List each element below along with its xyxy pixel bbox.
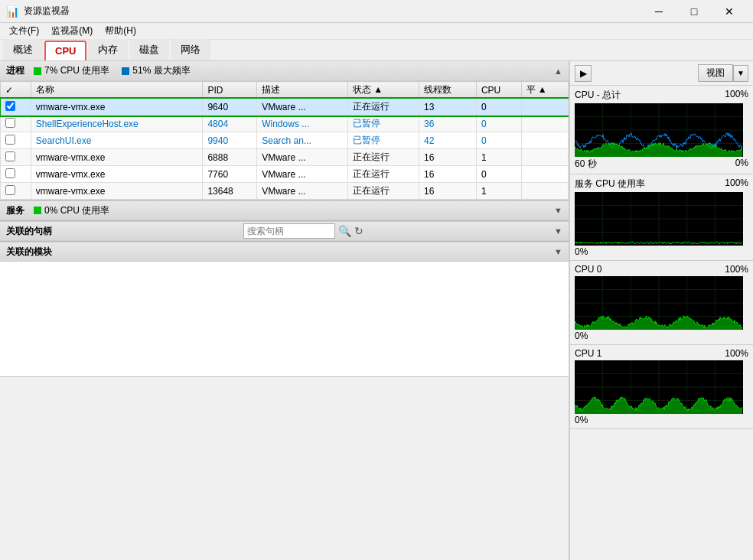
row-status: 正在运行 <box>347 149 419 166</box>
row-name: vmware-vmx.exe <box>31 166 203 183</box>
service-cpu-chart <box>575 192 743 246</box>
service-cpu-max: 100% <box>725 177 748 190</box>
menu-file[interactable]: 文件(F) <box>3 23 45 39</box>
menu-help[interactable]: 帮助(H) <box>99 23 142 39</box>
row-avg <box>521 99 569 116</box>
cpu1-label: CPU 1 <box>575 348 601 359</box>
row-pid: 6888 <box>203 149 257 166</box>
col-threads[interactable]: 线程数 <box>419 82 477 99</box>
tab-network[interactable]: 网络 <box>171 39 210 60</box>
col-name[interactable]: 名称 <box>31 82 203 99</box>
services-title: 服务 <box>6 204 24 217</box>
table-row[interactable]: vmware-vmx.exe 9640 VMware ... 正在运行 13 0 <box>1 99 569 116</box>
col-status[interactable]: 状态 ▲ <box>347 82 419 99</box>
view-dropdown-button[interactable]: ▼ <box>733 65 748 82</box>
processes-title: 进程 <box>6 64 24 77</box>
cpu-total-max: 100% <box>725 89 748 102</box>
cpu-total-label: CPU - 总计 <box>575 89 621 102</box>
modules-collapse-icon[interactable]: ▼ <box>554 247 562 256</box>
services-header-left: 服务 <box>6 204 24 217</box>
handles-refresh-button[interactable]: ↻ <box>354 225 363 237</box>
col-cpu[interactable]: CPU <box>476 82 521 99</box>
right-panel: ▶ 视图 ▼ CPU - 总计 100% 60 秒 0% 服务 CPU 使用率 … <box>569 61 753 560</box>
cpu1-chart <box>575 360 743 414</box>
row-cpu: 0 <box>476 132 521 149</box>
row-check[interactable] <box>1 132 31 149</box>
cpu-usage-dot <box>34 67 41 75</box>
menu-monitor[interactable]: 监视器(M) <box>45 23 99 39</box>
maximize-button[interactable]: □ <box>676 0 712 23</box>
table-row[interactable]: vmware-vmx.exe 13648 VMware ... 正在运行 16 … <box>1 183 569 200</box>
table-header-row: ✓ 名称 PID 描述 状态 ▲ 线程数 CPU 平 ▲ <box>1 82 569 99</box>
cpu0-max: 100% <box>725 264 748 275</box>
tab-memory[interactable]: 内存 <box>88 39 128 60</box>
modules-header[interactable]: 关联的模块 ▼ <box>0 242 569 262</box>
cpu0-chart-title: CPU 0 100% <box>575 264 748 275</box>
cpu0-label: CPU 0 <box>575 264 601 275</box>
row-cpu: 1 <box>476 183 521 200</box>
row-avg <box>521 116 569 132</box>
handles-search-input[interactable] <box>243 223 335 239</box>
services-cpu-dot <box>34 207 41 214</box>
row-status: 正在运行 <box>347 99 419 116</box>
service-cpu-chart-section: 服务 CPU 使用率 100% 0% <box>570 174 753 261</box>
processes-table-container: ✓ 名称 PID 描述 状态 ▲ 线程数 CPU 平 ▲ vmware-vmx.… <box>0 81 569 200</box>
row-cpu: 0 <box>476 166 521 183</box>
service-cpu-label: 服务 CPU 使用率 <box>575 177 645 190</box>
row-desc: Windows ... <box>257 116 348 132</box>
modules-section: 关联的模块 ▼ <box>0 242 569 377</box>
row-name: ShellExperienceHost.exe <box>31 116 203 132</box>
services-header[interactable]: 服务 0% CPU 使用率 ▼ <box>0 200 569 220</box>
app-icon: 📊 <box>6 5 19 18</box>
row-check[interactable] <box>1 183 31 200</box>
cpu-usage-label: 7% CPU 使用率 <box>44 64 109 77</box>
table-row[interactable]: SearchUI.exe 9940 Search an... 已暂停 42 0 <box>1 132 569 149</box>
modules-header-left: 关联的模块 <box>6 246 52 259</box>
row-desc: VMware ... <box>257 99 348 116</box>
row-threads: 16 <box>419 183 477 200</box>
menu-bar: 文件(F) 监视器(M) 帮助(H) <box>0 23 753 40</box>
modules-title: 关联的模块 <box>6 246 52 259</box>
tab-cpu[interactable]: CPU <box>44 41 86 60</box>
row-threads: 13 <box>419 99 477 116</box>
services-section: 服务 0% CPU 使用率 ▼ <box>0 200 569 221</box>
processes-collapse-icon[interactable]: ▲ <box>554 67 562 76</box>
handles-search-button[interactable]: 🔍 <box>338 225 351 237</box>
handles-collapse-icon[interactable]: ▼ <box>554 226 562 236</box>
row-cpu: 1 <box>476 149 521 166</box>
cpu1-chart-section: CPU 1 100% 0% <box>570 345 753 429</box>
row-check[interactable] <box>1 149 31 166</box>
cpu-total-chart-title: CPU - 总计 100% <box>575 89 748 102</box>
processes-stats: 7% CPU 使用率 51% 最大频率 <box>24 64 554 77</box>
handles-header[interactable]: 关联的句柄 🔍 ↻ ▼ <box>0 221 569 241</box>
row-pid: 4804 <box>203 116 257 132</box>
row-check[interactable] <box>1 99 31 116</box>
title-bar: 📊 资源监视器 ─ □ ✕ <box>0 0 753 23</box>
tab-disk[interactable]: 磁盘 <box>129 39 169 60</box>
cpu0-min: 0% <box>575 330 588 341</box>
play-button[interactable]: ▶ <box>575 65 592 82</box>
row-check[interactable] <box>1 116 31 132</box>
tabs-bar: 概述 CPU 内存 磁盘 网络 <box>0 40 753 61</box>
col-pid[interactable]: PID <box>203 82 257 99</box>
minimize-button[interactable]: ─ <box>641 0 676 23</box>
table-row[interactable]: ShellExperienceHost.exe 4804 Windows ...… <box>1 116 569 132</box>
service-cpu-footer: 0% <box>575 246 748 257</box>
left-panel: 进程 7% CPU 使用率 51% 最大频率 ▲ <box>0 61 569 560</box>
col-avg[interactable]: 平 ▲ <box>521 82 569 99</box>
table-row[interactable]: vmware-vmx.exe 6888 VMware ... 正在运行 16 1 <box>1 149 569 166</box>
table-row[interactable]: vmware-vmx.exe 7760 VMware ... 正在运行 16 0 <box>1 166 569 183</box>
cpu-total-time: 60 秒 <box>575 158 597 171</box>
tab-overview[interactable]: 概述 <box>3 39 43 60</box>
main-layout: 进程 7% CPU 使用率 51% 最大频率 ▲ <box>0 61 753 560</box>
view-button[interactable]: 视图 <box>698 64 733 82</box>
row-check[interactable] <box>1 166 31 183</box>
services-collapse-icon[interactable]: ▼ <box>554 206 562 215</box>
handles-search-bar: 🔍 ↻ <box>243 223 363 239</box>
processes-section-header[interactable]: 进程 7% CPU 使用率 51% 最大频率 ▲ <box>0 61 569 81</box>
close-button[interactable]: ✕ <box>712 0 747 23</box>
col-desc[interactable]: 描述 <box>257 82 348 99</box>
handles-section: 关联的句柄 🔍 ↻ ▼ <box>0 221 569 242</box>
row-pid: 9640 <box>203 99 257 116</box>
row-avg <box>521 149 569 166</box>
